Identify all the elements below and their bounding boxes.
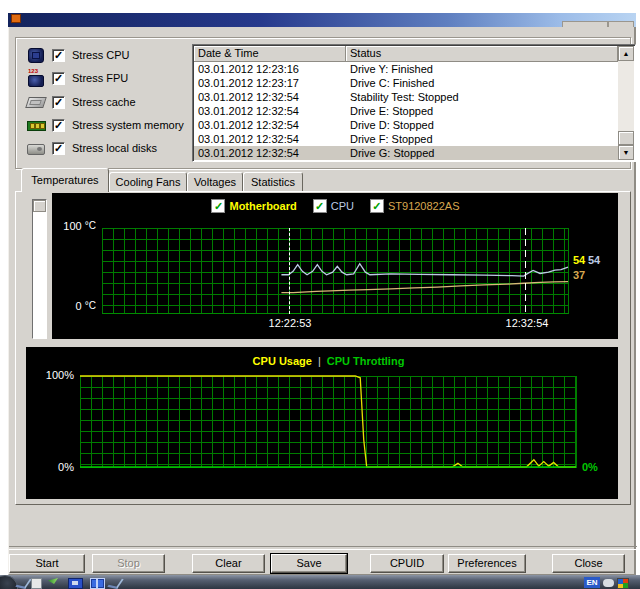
tray-cloud-icon[interactable]	[603, 579, 614, 587]
usage-lines	[80, 376, 576, 467]
stress-disks-row: ✓ Stress local disks	[26, 139, 157, 157]
cpuid-button[interactable]: CPUID	[370, 554, 444, 573]
start-button[interactable]: Start	[9, 554, 85, 573]
legend-cpu-label: CPU	[331, 200, 354, 212]
checkmark-icon: ✓	[54, 143, 63, 153]
motherboard-value-label: 54	[573, 254, 585, 266]
stress-fpu-row: 123 ✓ Stress FPU	[26, 69, 128, 87]
legend-cpu: ✓ CPU	[313, 199, 354, 213]
cpu-usage-title: CPU Usage	[253, 355, 312, 367]
log-cell-time: 03.01.2012 12:32:54	[194, 146, 346, 160]
stress-disks-checkbox[interactable]: ✓	[52, 142, 65, 155]
taskbar[interactable]: EN	[0, 575, 640, 589]
legend-hdd-checkbox[interactable]: ✓	[370, 199, 384, 213]
throttling-value-label: 0%	[582, 461, 598, 473]
log-cell-status: Stability Test: Stopped	[346, 90, 618, 104]
temperature-legend: ✓ Motherboard ✓ CPU ✓ ST9120822AS	[102, 199, 569, 213]
window-titlebar[interactable]	[8, 13, 636, 27]
save-button[interactable]: Save	[271, 554, 347, 573]
temperature-lines	[102, 228, 568, 313]
event-log-list[interactable]: Date & Time Status 03.01.2012 12:23:16Dr…	[192, 44, 636, 162]
quicklaunch-swoosh-icon[interactable]	[15, 577, 31, 589]
legend-motherboard-label: Motherboard	[229, 200, 296, 212]
tab-statistics[interactable]: Statistics	[243, 172, 303, 191]
checkmark-icon: ✓	[214, 202, 223, 211]
stress-disks-label: Stress local disks	[71, 142, 157, 154]
checkmark-icon: ✓	[372, 202, 381, 211]
table-row[interactable]: 03.01.2012 12:23:16Drive Y: Finished	[194, 62, 618, 76]
tab-voltages[interactable]: Voltages	[187, 172, 243, 191]
y-axis-max-label: 100 °C	[52, 220, 96, 232]
window-icon	[11, 14, 21, 23]
tab-cooling-fans[interactable]: Cooling Fans	[109, 172, 187, 191]
legend-motherboard-checkbox[interactable]: ✓	[211, 199, 225, 213]
log-cell-status: Drive D: Stopped	[346, 118, 618, 132]
memory-module-icon	[26, 117, 46, 133]
close-button[interactable]: Close	[552, 554, 625, 573]
cache-chip-icon	[26, 94, 46, 110]
log-header: Date & Time Status	[194, 46, 618, 62]
x-tick-start-time: 12:22:53	[255, 317, 325, 329]
quicklaunch-media-icon[interactable]	[68, 578, 83, 589]
test-options-group: ✓ Stress CPU 123 ✓ Stress FPU ✓ Stress c…	[15, 37, 631, 169]
cpu-usage-chart-panel: CPU Usage | CPU Throttling 100% 0% 0%	[26, 347, 618, 499]
table-row-selected[interactable]: 03.01.2012 12:32:54Drive G: Stopped	[194, 146, 618, 160]
table-row[interactable]: 03.01.2012 12:32:54Drive D: Stopped	[194, 118, 618, 132]
checkmark-icon: ✓	[315, 202, 324, 211]
stress-fpu-checkbox[interactable]: ✓	[52, 72, 65, 85]
checkmark-icon: ✓	[54, 50, 63, 60]
clear-button[interactable]: Clear	[192, 554, 265, 573]
log-cell-time: 03.01.2012 12:32:54	[194, 132, 346, 146]
log-cell-status: Drive F: Stopped	[346, 132, 618, 146]
test-stop-marker	[525, 228, 526, 314]
legend-cpu-checkbox[interactable]: ✓	[313, 199, 327, 213]
stress-fpu-label: Stress FPU	[71, 72, 128, 84]
checkmark-icon: ✓	[54, 73, 63, 83]
tray-app-icon[interactable]	[617, 578, 629, 589]
table-row[interactable]: 03.01.2012 12:32:54Drive F: Stopped	[194, 132, 618, 146]
table-row[interactable]: 03.01.2012 12:23:17Drive C: Finished	[194, 76, 618, 90]
table-row[interactable]: 03.01.2012 12:32:54Drive E: Stopped	[194, 104, 618, 118]
stress-cache-checkbox[interactable]: ✓	[52, 96, 65, 109]
log-cell-status: Drive E: Stopped	[346, 104, 618, 118]
preferences-button[interactable]: Preferences	[448, 554, 526, 573]
tab-temperatures[interactable]: Temperatures	[21, 168, 109, 192]
log-cell-time: 03.01.2012 12:32:54	[194, 90, 346, 104]
log-cell-time: 03.01.2012 12:23:17	[194, 76, 346, 90]
temperature-grid	[102, 228, 569, 314]
language-indicator[interactable]: EN	[584, 577, 600, 588]
chart-scale-slider[interactable]	[32, 199, 47, 339]
fpu-chip-icon: 123	[26, 70, 46, 86]
hdd-value-label: 37	[573, 269, 585, 281]
scrollbar-thumb[interactable]	[618, 131, 634, 145]
log-column-date[interactable]: Date & Time	[194, 46, 346, 62]
log-scrollbar[interactable]: ▲ ▼	[618, 46, 634, 160]
cpu-chip-icon	[26, 47, 46, 63]
stress-cpu-checkbox[interactable]: ✓	[52, 49, 65, 62]
log-cell-status: Drive G: Stopped	[346, 146, 618, 160]
legend-hdd-label: ST9120822AS	[388, 200, 460, 212]
scroll-up-icon[interactable]: ▲	[618, 46, 634, 61]
usage-chart-title: CPU Usage | CPU Throttling	[80, 355, 577, 367]
temperatures-tab-page: ✓ Motherboard ✓ CPU ✓ ST9120822AS 100 °C…	[15, 191, 631, 505]
stress-cache-row: ✓ Stress cache	[26, 93, 136, 111]
usage-grid	[80, 376, 577, 468]
quicklaunch-grid-icon[interactable]	[90, 578, 105, 589]
log-cell-status: Drive C: Finished	[346, 76, 618, 90]
temperature-chart-panel: ✓ Motherboard ✓ CPU ✓ ST9120822AS 100 °C…	[52, 193, 618, 339]
quicklaunch-document-icon[interactable]	[31, 578, 42, 589]
x-tick-end-time: 12:32:54	[492, 317, 562, 329]
stress-memory-label: Stress system memory	[71, 119, 184, 131]
log-rows: 03.01.2012 12:23:16Drive Y: Finished 03.…	[194, 62, 618, 160]
system-stability-test-window: ✓ Stress CPU 123 ✓ Stress FPU ✓ Stress c…	[8, 27, 636, 575]
log-column-status[interactable]: Status	[346, 46, 618, 62]
stress-cpu-label: Stress CPU	[71, 49, 129, 61]
scroll-down-icon[interactable]: ▼	[618, 145, 634, 160]
y-axis-min-label: 0%	[40, 461, 74, 473]
table-row[interactable]: 03.01.2012 12:32:54Stability Test: Stopp…	[194, 90, 618, 104]
slider-thumb[interactable]	[33, 200, 46, 212]
quicklaunch-swoosh-icon[interactable]	[107, 577, 123, 589]
stress-memory-checkbox[interactable]: ✓	[52, 119, 65, 132]
quicklaunch-dart-icon[interactable]	[48, 578, 58, 584]
title-separator: |	[318, 355, 321, 367]
